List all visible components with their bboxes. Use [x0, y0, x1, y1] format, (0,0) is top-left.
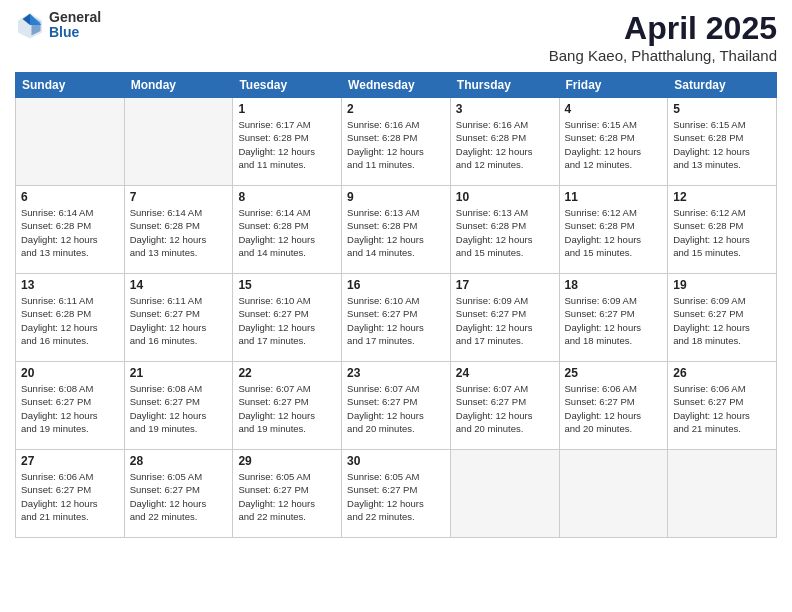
day-info: Sunrise: 6:16 AM Sunset: 6:28 PM Dayligh… [347, 118, 445, 171]
calendar-cell: 3Sunrise: 6:16 AM Sunset: 6:28 PM Daylig… [450, 98, 559, 186]
calendar-cell: 5Sunrise: 6:15 AM Sunset: 6:28 PM Daylig… [668, 98, 777, 186]
day-info: Sunrise: 6:05 AM Sunset: 6:27 PM Dayligh… [347, 470, 445, 523]
header-saturday: Saturday [668, 73, 777, 98]
calendar-cell [16, 98, 125, 186]
day-number: 3 [456, 102, 554, 116]
calendar-title: April 2025 [549, 10, 777, 47]
day-info: Sunrise: 6:13 AM Sunset: 6:28 PM Dayligh… [456, 206, 554, 259]
day-info: Sunrise: 6:12 AM Sunset: 6:28 PM Dayligh… [565, 206, 663, 259]
day-info: Sunrise: 6:05 AM Sunset: 6:27 PM Dayligh… [238, 470, 336, 523]
logo-icon [15, 10, 45, 40]
day-info: Sunrise: 6:07 AM Sunset: 6:27 PM Dayligh… [456, 382, 554, 435]
calendar-cell [559, 450, 668, 538]
day-number: 17 [456, 278, 554, 292]
logo-blue: Blue [49, 25, 101, 40]
calendar-cell: 26Sunrise: 6:06 AM Sunset: 6:27 PM Dayli… [668, 362, 777, 450]
day-number: 10 [456, 190, 554, 204]
calendar-cell: 2Sunrise: 6:16 AM Sunset: 6:28 PM Daylig… [342, 98, 451, 186]
day-number: 25 [565, 366, 663, 380]
day-info: Sunrise: 6:09 AM Sunset: 6:27 PM Dayligh… [673, 294, 771, 347]
day-number: 30 [347, 454, 445, 468]
calendar-cell [450, 450, 559, 538]
calendar-cell: 19Sunrise: 6:09 AM Sunset: 6:27 PM Dayli… [668, 274, 777, 362]
day-number: 11 [565, 190, 663, 204]
day-number: 20 [21, 366, 119, 380]
week-row-4: 27Sunrise: 6:06 AM Sunset: 6:27 PM Dayli… [16, 450, 777, 538]
calendar-cell: 21Sunrise: 6:08 AM Sunset: 6:27 PM Dayli… [124, 362, 233, 450]
day-info: Sunrise: 6:09 AM Sunset: 6:27 PM Dayligh… [565, 294, 663, 347]
day-number: 23 [347, 366, 445, 380]
day-number: 9 [347, 190, 445, 204]
day-number: 16 [347, 278, 445, 292]
calendar-cell: 9Sunrise: 6:13 AM Sunset: 6:28 PM Daylig… [342, 186, 451, 274]
day-info: Sunrise: 6:17 AM Sunset: 6:28 PM Dayligh… [238, 118, 336, 171]
day-info: Sunrise: 6:16 AM Sunset: 6:28 PM Dayligh… [456, 118, 554, 171]
calendar-cell: 27Sunrise: 6:06 AM Sunset: 6:27 PM Dayli… [16, 450, 125, 538]
header-wednesday: Wednesday [342, 73, 451, 98]
day-info: Sunrise: 6:14 AM Sunset: 6:28 PM Dayligh… [238, 206, 336, 259]
day-info: Sunrise: 6:15 AM Sunset: 6:28 PM Dayligh… [565, 118, 663, 171]
day-number: 18 [565, 278, 663, 292]
title-block: April 2025 Bang Kaeo, Phatthalung, Thail… [549, 10, 777, 64]
day-info: Sunrise: 6:06 AM Sunset: 6:27 PM Dayligh… [673, 382, 771, 435]
header: General Blue April 2025 Bang Kaeo, Phatt… [15, 10, 777, 64]
calendar-cell: 28Sunrise: 6:05 AM Sunset: 6:27 PM Dayli… [124, 450, 233, 538]
calendar-cell: 14Sunrise: 6:11 AM Sunset: 6:27 PM Dayli… [124, 274, 233, 362]
logo-general: General [49, 10, 101, 25]
day-info: Sunrise: 6:06 AM Sunset: 6:27 PM Dayligh… [565, 382, 663, 435]
calendar-cell: 20Sunrise: 6:08 AM Sunset: 6:27 PM Dayli… [16, 362, 125, 450]
logo: General Blue [15, 10, 101, 41]
day-number: 12 [673, 190, 771, 204]
day-info: Sunrise: 6:06 AM Sunset: 6:27 PM Dayligh… [21, 470, 119, 523]
calendar-cell: 24Sunrise: 6:07 AM Sunset: 6:27 PM Dayli… [450, 362, 559, 450]
calendar-cell: 17Sunrise: 6:09 AM Sunset: 6:27 PM Dayli… [450, 274, 559, 362]
calendar-cell: 1Sunrise: 6:17 AM Sunset: 6:28 PM Daylig… [233, 98, 342, 186]
calendar-cell: 23Sunrise: 6:07 AM Sunset: 6:27 PM Dayli… [342, 362, 451, 450]
page: General Blue April 2025 Bang Kaeo, Phatt… [0, 0, 792, 612]
calendar-cell: 4Sunrise: 6:15 AM Sunset: 6:28 PM Daylig… [559, 98, 668, 186]
day-info: Sunrise: 6:14 AM Sunset: 6:28 PM Dayligh… [130, 206, 228, 259]
calendar-cell: 25Sunrise: 6:06 AM Sunset: 6:27 PM Dayli… [559, 362, 668, 450]
calendar-subtitle: Bang Kaeo, Phatthalung, Thailand [549, 47, 777, 64]
day-number: 27 [21, 454, 119, 468]
day-number: 6 [21, 190, 119, 204]
day-info: Sunrise: 6:07 AM Sunset: 6:27 PM Dayligh… [347, 382, 445, 435]
calendar-cell: 12Sunrise: 6:12 AM Sunset: 6:28 PM Dayli… [668, 186, 777, 274]
day-number: 15 [238, 278, 336, 292]
day-number: 1 [238, 102, 336, 116]
header-thursday: Thursday [450, 73, 559, 98]
day-info: Sunrise: 6:08 AM Sunset: 6:27 PM Dayligh… [130, 382, 228, 435]
day-number: 2 [347, 102, 445, 116]
day-number: 4 [565, 102, 663, 116]
week-row-1: 6Sunrise: 6:14 AM Sunset: 6:28 PM Daylig… [16, 186, 777, 274]
day-number: 28 [130, 454, 228, 468]
calendar-cell: 30Sunrise: 6:05 AM Sunset: 6:27 PM Dayli… [342, 450, 451, 538]
logo-text: General Blue [49, 10, 101, 41]
header-row: Sunday Monday Tuesday Wednesday Thursday… [16, 73, 777, 98]
day-number: 19 [673, 278, 771, 292]
calendar-cell [668, 450, 777, 538]
day-info: Sunrise: 6:11 AM Sunset: 6:28 PM Dayligh… [21, 294, 119, 347]
day-number: 14 [130, 278, 228, 292]
day-info: Sunrise: 6:13 AM Sunset: 6:28 PM Dayligh… [347, 206, 445, 259]
day-number: 5 [673, 102, 771, 116]
day-info: Sunrise: 6:12 AM Sunset: 6:28 PM Dayligh… [673, 206, 771, 259]
day-info: Sunrise: 6:05 AM Sunset: 6:27 PM Dayligh… [130, 470, 228, 523]
day-number: 29 [238, 454, 336, 468]
header-tuesday: Tuesday [233, 73, 342, 98]
calendar-body: 1Sunrise: 6:17 AM Sunset: 6:28 PM Daylig… [16, 98, 777, 538]
week-row-2: 13Sunrise: 6:11 AM Sunset: 6:28 PM Dayli… [16, 274, 777, 362]
calendar-cell: 15Sunrise: 6:10 AM Sunset: 6:27 PM Dayli… [233, 274, 342, 362]
calendar-cell: 29Sunrise: 6:05 AM Sunset: 6:27 PM Dayli… [233, 450, 342, 538]
header-monday: Monday [124, 73, 233, 98]
calendar-cell: 22Sunrise: 6:07 AM Sunset: 6:27 PM Dayli… [233, 362, 342, 450]
day-info: Sunrise: 6:09 AM Sunset: 6:27 PM Dayligh… [456, 294, 554, 347]
day-number: 26 [673, 366, 771, 380]
calendar-cell: 18Sunrise: 6:09 AM Sunset: 6:27 PM Dayli… [559, 274, 668, 362]
day-number: 24 [456, 366, 554, 380]
day-number: 21 [130, 366, 228, 380]
calendar-cell: 11Sunrise: 6:12 AM Sunset: 6:28 PM Dayli… [559, 186, 668, 274]
calendar-cell: 16Sunrise: 6:10 AM Sunset: 6:27 PM Dayli… [342, 274, 451, 362]
day-info: Sunrise: 6:10 AM Sunset: 6:27 PM Dayligh… [238, 294, 336, 347]
calendar-cell: 6Sunrise: 6:14 AM Sunset: 6:28 PM Daylig… [16, 186, 125, 274]
